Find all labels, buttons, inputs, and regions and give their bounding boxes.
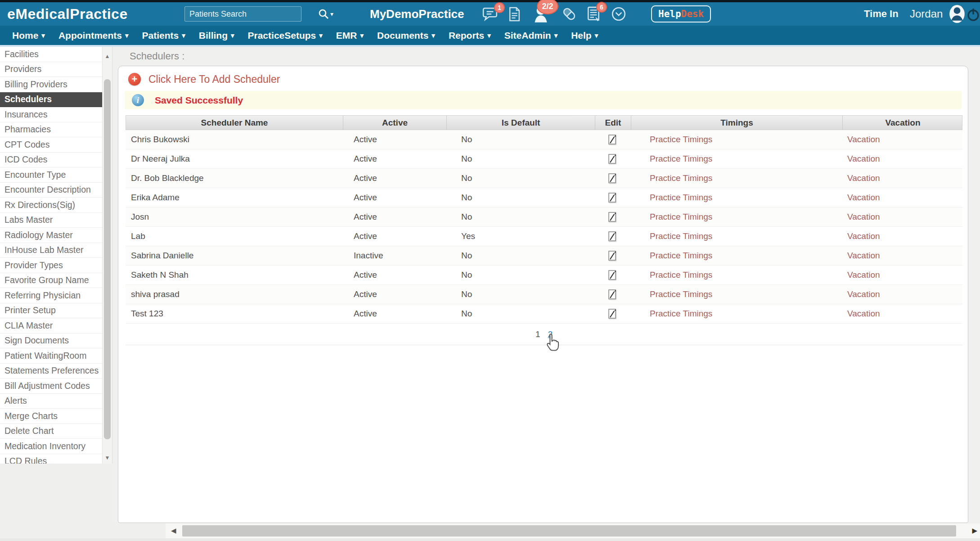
practice-timings-link[interactable]: Practice Timings [650, 193, 712, 202]
sidebar-item[interactable]: Statements Preferences [0, 364, 103, 379]
edit-icon[interactable] [607, 230, 618, 243]
page-number[interactable]: 1 [535, 329, 540, 339]
patients-queue-icon[interactable]: 2/2 [530, 5, 551, 23]
vacation-link[interactable]: Vacation [847, 231, 880, 241]
pill-icon[interactable] [561, 6, 577, 22]
current-user[interactable]: Jordan [910, 8, 943, 20]
active-cell: Active [342, 270, 446, 280]
vacation-link[interactable]: Vacation [847, 289, 880, 299]
chevron-down-icon: ▾ [432, 32, 435, 40]
sidebar-item[interactable]: LCD Rules [0, 454, 103, 464]
edit-icon[interactable] [607, 172, 618, 185]
messages-icon[interactable]: 1 [482, 7, 499, 21]
scroll-up-icon[interactable]: ▲ [103, 53, 112, 59]
nav-item[interactable]: SiteAdmin ▾ [498, 30, 564, 41]
nav-item[interactable]: Home ▾ [5, 30, 52, 41]
sidebar-item[interactable]: Merge Charts [0, 409, 103, 424]
sidebar-item[interactable]: Favorite Group Name [0, 273, 103, 289]
vacation-link[interactable]: Vacation [847, 270, 880, 280]
sidebar-item[interactable]: InHouse Lab Master [0, 243, 103, 258]
practice-timings-link[interactable]: Practice Timings [650, 212, 712, 221]
sidebar-item[interactable]: Labs Master [0, 213, 103, 228]
sidebar-item[interactable]: Printer Setup [0, 303, 103, 319]
sidebar-scrollbar-thumb[interactable] [104, 79, 111, 439]
scroll-left-icon[interactable]: ◀ [171, 527, 176, 535]
practice-timings-link[interactable]: Practice Timings [650, 135, 712, 144]
nav-item[interactable]: EMR ▾ [329, 30, 370, 41]
scroll-right-icon[interactable]: ▶ [972, 527, 977, 535]
edit-icon[interactable] [607, 191, 618, 204]
time-in-button[interactable]: Time In [864, 8, 899, 20]
practice-timings-link[interactable]: Practice Timings [650, 231, 712, 241]
sidebar-item[interactable]: CLIA Master [0, 318, 103, 334]
nav-item[interactable]: Patients ▾ [135, 30, 192, 41]
horizontal-scrollbar-thumb[interactable] [182, 525, 956, 536]
edit-icon[interactable] [607, 307, 618, 320]
edit-icon[interactable] [607, 249, 618, 262]
practice-timings-link[interactable]: Practice Timings [650, 251, 712, 260]
is-default-cell: Yes [446, 231, 594, 241]
vacation-link[interactable]: Vacation [847, 154, 880, 163]
nav-item[interactable]: Documents ▾ [370, 30, 442, 41]
nav-item[interactable]: Help ▾ [564, 30, 605, 41]
sidebar-item[interactable]: Insurances [0, 107, 103, 122]
sidebar-item[interactable]: Bill Adjustment Codes [0, 379, 103, 394]
sidebar-item[interactable]: ICD Codes [0, 153, 103, 168]
scroll-down-icon[interactable]: ▼ [103, 455, 112, 461]
active-cell: Active [342, 173, 446, 183]
practice-timings-link[interactable]: Practice Timings [650, 270, 712, 280]
sidebar-item[interactable]: Billing Providers [0, 77, 103, 92]
edit-icon[interactable] [607, 269, 618, 281]
edit-icon[interactable] [607, 288, 618, 301]
sidebar-item[interactable]: Encounter Type [0, 167, 103, 183]
sidebar-item[interactable]: Referring Physician [0, 288, 103, 303]
sidebar-list: Facilities Providers Billing Providers S… [0, 47, 103, 464]
sidebar-item[interactable]: Pharmacies [0, 122, 103, 138]
horizontal-scrollbar[interactable]: ◀ ▶ [166, 523, 980, 538]
sidebar-item[interactable]: Provider Types [0, 258, 103, 273]
edit-icon[interactable] [607, 153, 618, 165]
sidebar-item[interactable]: Medication Inventory [0, 439, 103, 454]
practice-timings-link[interactable]: Practice Timings [650, 154, 712, 163]
logout-power-icon[interactable] [967, 7, 980, 24]
nav-item[interactable]: Billing ▾ [192, 30, 241, 41]
sidebar-item[interactable]: Delete Chart [0, 424, 103, 439]
practice-timings-link[interactable]: Practice Timings [650, 173, 712, 183]
sidebar-item[interactable]: Radiology Master [0, 228, 103, 243]
history-icon[interactable] [611, 6, 627, 22]
sidebar-item[interactable]: Providers [0, 62, 103, 77]
sidebar-item[interactable]: Patient WaitingRoom [0, 348, 103, 364]
sidebar-item[interactable]: Schedulers [0, 92, 103, 108]
nav-item[interactable]: PracticeSetups ▾ [241, 30, 329, 41]
edit-icon[interactable] [607, 133, 618, 146]
search-input[interactable] [184, 6, 301, 22]
sidebar-item[interactable]: CPT Codes [0, 137, 103, 153]
sidebar-scrollbar[interactable]: ▲ ▼ [102, 47, 112, 464]
helpdesk-button[interactable]: HelpDesk [651, 5, 711, 23]
document-icon[interactable] [508, 7, 521, 22]
notes-icon[interactable]: 6 [587, 6, 601, 22]
user-avatar-icon[interactable] [949, 5, 966, 25]
vacation-link[interactable]: Vacation [847, 135, 880, 144]
vacation-link[interactable]: Vacation [847, 309, 880, 318]
vacation-link[interactable]: Vacation [847, 193, 880, 202]
sidebar-item-label: Schedulers [4, 94, 52, 104]
sidebar-item-label: Delete Chart [4, 426, 54, 436]
vacation-link[interactable]: Vacation [847, 173, 880, 183]
practice-timings-link[interactable]: Practice Timings [650, 289, 712, 299]
vacation-link[interactable]: Vacation [847, 212, 880, 221]
sidebar-item[interactable]: Alerts [0, 394, 103, 409]
practice-timings-link[interactable]: Practice Timings [650, 309, 712, 318]
sidebar-item[interactable]: Encounter Description [0, 183, 103, 198]
add-scheduler-button[interactable]: + Click Here To Add Scheduler [128, 73, 968, 86]
edit-icon[interactable] [607, 211, 618, 223]
nav-item[interactable]: Reports ▾ [442, 30, 498, 41]
sidebar-item[interactable]: Sign Documents [0, 334, 103, 349]
column-header: Edit [595, 116, 631, 130]
search-button[interactable]: ▾ [318, 8, 333, 20]
nav-item[interactable]: Appointments ▾ [52, 30, 135, 41]
vacation-link[interactable]: Vacation [847, 251, 880, 260]
sidebar-item[interactable]: Facilities [0, 47, 103, 62]
success-alert: i Saved Successfully [125, 91, 962, 109]
sidebar-item[interactable]: Rx Directions(Sig) [0, 198, 103, 213]
